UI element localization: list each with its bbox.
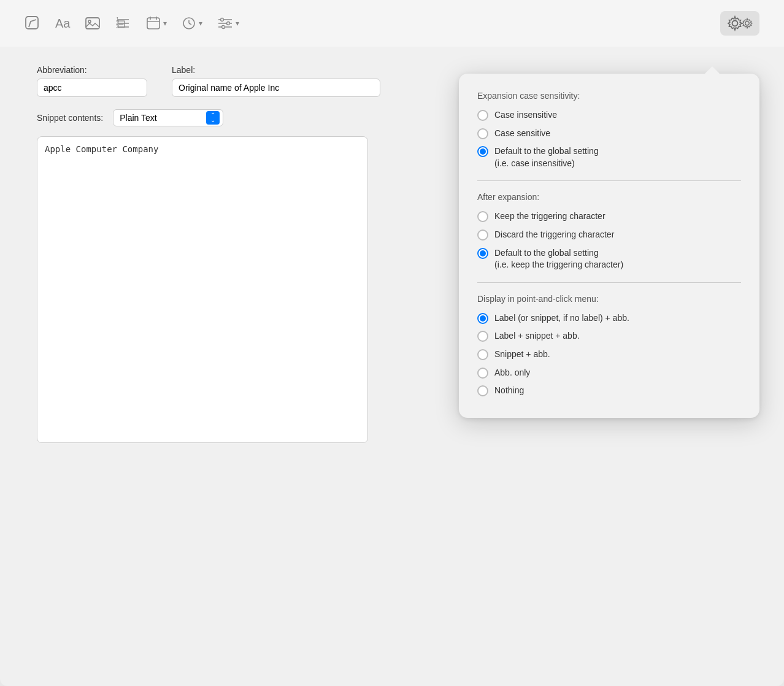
label-snippet-abb-option[interactable]: Label + snippet + abb. <box>477 330 741 342</box>
snippet-abb-radio[interactable] <box>477 349 488 360</box>
snippet-body-textarea[interactable]: Apple Computer Company <box>37 136 368 443</box>
svg-text:3: 3 <box>116 23 119 29</box>
svg-point-2 <box>88 20 91 23</box>
svg-point-22 <box>222 26 225 29</box>
svg-rect-0 <box>26 17 38 29</box>
case-sensitive-label: Case sensitive <box>494 128 550 140</box>
expansion-default-label: Default to the global setting(i.e. keep … <box>494 247 623 271</box>
snippet-abb-option[interactable]: Snippet + abb. <box>477 349 741 361</box>
expansion-default-option[interactable]: Default to the global setting(i.e. keep … <box>477 247 741 271</box>
svg-rect-1 <box>86 18 99 29</box>
svg-line-16 <box>189 23 191 25</box>
svg-rect-10 <box>147 18 159 29</box>
label-group: Label: <box>172 65 380 97</box>
discard-trigger-label: Discard the triggering character <box>494 229 614 241</box>
case-sensitive-option[interactable]: Case sensitive <box>477 128 741 140</box>
discard-trigger-option[interactable]: Discard the triggering character <box>477 229 741 241</box>
snippet-abb-label: Snippet + abb. <box>494 349 550 361</box>
snippet-type-select[interactable]: Plain Text Rich Text AppleScript Shell S… <box>113 109 223 126</box>
nothing-radio[interactable] <box>477 385 488 396</box>
abb-only-label: Abb. only <box>494 367 530 379</box>
main-window: Aa ⊟ 1 2 3 <box>0 0 784 686</box>
label-label: Label: <box>172 65 380 75</box>
abb-only-option[interactable]: Abb. only <box>477 367 741 379</box>
case-default-option[interactable]: Default to the global setting(i.e. case … <box>477 145 741 169</box>
label-abb-radio[interactable] <box>477 313 488 324</box>
case-insensitive-label: Case insensitive <box>494 109 557 121</box>
case-default-radio[interactable] <box>477 146 488 157</box>
keep-trigger-option[interactable]: Keep the triggering character <box>477 210 741 223</box>
image-icon[interactable] <box>85 15 101 31</box>
case-insensitive-option[interactable]: Case insensitive <box>477 109 741 121</box>
svg-point-24 <box>745 21 749 25</box>
abbreviation-group: Abbreviation: <box>37 65 147 97</box>
toolbar: Aa ⊟ 1 2 3 <box>0 0 784 47</box>
case-sensitivity-group: Case insensitive Case sensitive Default … <box>477 109 741 169</box>
expansion-default-radio[interactable] <box>477 248 488 259</box>
calendar-icon[interactable]: ▾ <box>146 16 167 31</box>
svg-point-21 <box>227 22 230 25</box>
svg-point-20 <box>221 18 224 21</box>
label-snippet-abb-radio[interactable] <box>477 331 488 342</box>
case-sensitivity-title: Expansion case sensitivity: <box>477 91 741 101</box>
clock-icon[interactable]: ▾ <box>182 16 202 31</box>
snippet-type-wrapper: Plain Text Rich Text AppleScript Shell S… <box>113 109 223 126</box>
case-sensitive-radio[interactable] <box>477 128 488 139</box>
display-menu-title: Display in point-and-click menu: <box>477 294 741 304</box>
abb-only-radio[interactable] <box>477 368 488 379</box>
abbreviation-input[interactable] <box>37 79 147 97</box>
keep-trigger-label: Keep the triggering character <box>494 210 605 223</box>
divider-1 <box>477 180 741 181</box>
lines-settings-icon[interactable]: ▾ <box>217 16 239 31</box>
settings-popover: Expansion case sensitivity: Case insensi… <box>459 74 759 418</box>
svg-point-23 <box>732 21 738 26</box>
divider-2 <box>477 282 741 283</box>
label-input[interactable] <box>172 79 380 97</box>
label-abb-label: Label (or snippet, if no label) + abb. <box>494 312 629 325</box>
font-icon[interactable]: Aa <box>55 17 70 31</box>
case-default-label: Default to the global setting(i.e. case … <box>494 145 599 169</box>
after-expansion-title: After expansion: <box>477 192 741 202</box>
abbreviation-label: Abbreviation: <box>37 65 147 75</box>
snippet-contents-label: Snippet contents: <box>37 113 103 123</box>
nothing-option[interactable]: Nothing <box>477 385 741 397</box>
edit-icon[interactable] <box>25 15 40 31</box>
gear-button[interactable] <box>720 11 759 36</box>
keep-trigger-radio[interactable] <box>477 211 488 222</box>
after-expansion-group: Keep the triggering character Discard th… <box>477 210 741 271</box>
discard-trigger-radio[interactable] <box>477 229 488 241</box>
label-abb-option[interactable]: Label (or snippet, if no label) + abb. <box>477 312 741 325</box>
label-snippet-abb-label: Label + snippet + abb. <box>494 330 580 342</box>
case-insensitive-radio[interactable] <box>477 110 488 121</box>
display-menu-group: Label (or snippet, if no label) + abb. L… <box>477 312 741 397</box>
nothing-label: Nothing <box>494 385 524 397</box>
list-icon[interactable]: ⊟ 1 2 3 <box>115 15 131 31</box>
